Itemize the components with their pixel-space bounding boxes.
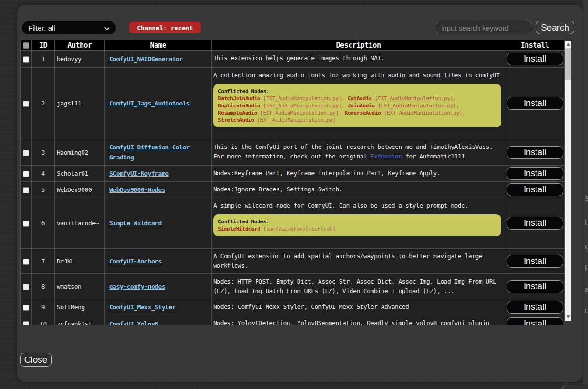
row-checkbox[interactable]	[23, 259, 29, 265]
extension-name-link[interactable]: ComfyUI Diffusion Color Grading	[109, 144, 190, 161]
row-select-cell	[21, 198, 32, 249]
install-button[interactable]: Install	[507, 53, 563, 65]
row-author: WebDev9000	[55, 182, 105, 198]
row-checkbox[interactable]	[23, 150, 29, 156]
row-checkbox[interactable]	[23, 321, 29, 325]
description-text: Nodes: Yolov8Detection, Yolov8Segmentati…	[213, 318, 503, 325]
select-all-header-cell	[21, 40, 32, 51]
conflicted-node-source: [EXT_AudioManipulation.py]	[375, 103, 456, 109]
row-install-cell: Install	[505, 249, 565, 274]
row-description: Nodes: ComfyUI Mexx Styler, ComfyUI Mexx…	[212, 299, 505, 315]
table-row: 1bedovyyComfyUI_NAIDGeneratorThis extens…	[21, 51, 565, 68]
row-id: 5	[32, 182, 55, 198]
row-install-cell: Install	[505, 68, 565, 139]
extension-name-link[interactable]: SComfyUI-Keyframe	[109, 170, 169, 177]
row-checkbox[interactable]	[23, 305, 29, 311]
extension-name-link[interactable]: ComfyUI_Mexx_Styler	[109, 304, 175, 311]
row-checkbox[interactable]	[23, 171, 29, 177]
extension-name-link[interactable]: ComfyUI_NAIDGenerator	[109, 55, 183, 63]
description-inline-link[interactable]: Extension	[371, 153, 402, 160]
conflicted-node-name: ResampleAudio	[218, 110, 257, 116]
separator: ,	[453, 95, 456, 102]
table-scrollbar[interactable]	[565, 41, 571, 321]
row-select-cell	[21, 299, 32, 315]
description-text: Nodes:Ignore Braces, Settings Switch.	[213, 185, 503, 194]
extension-name-link[interactable]: WebDev9000-Nodes	[109, 186, 165, 193]
install-button[interactable]: Install	[507, 183, 563, 196]
conflicted-nodes-title: Conflicted Nodes:	[218, 218, 496, 225]
table-row: 8wmatsoneasy-comfy-nodesNodes: HTTP POST…	[21, 274, 565, 299]
row-checkbox[interactable]	[23, 187, 29, 193]
extension-name-link[interactable]: Simple Wildcard	[109, 220, 162, 227]
table-row: 3Haoming02ComfyUI Diffusion Color Gradin…	[21, 139, 565, 166]
install-custom-nodes-dialog: Filter: all Channel: recent Search ID Au…	[17, 5, 583, 382]
install-button[interactable]: Install	[507, 167, 563, 180]
search-input[interactable]	[436, 21, 532, 34]
row-author: Scholar01	[55, 166, 105, 182]
extension-name-link[interactable]: easy-comfy-nodes	[109, 283, 165, 290]
row-name-cell: ComfyUI Diffusion Color Grading	[105, 139, 212, 166]
separator: ,	[456, 103, 459, 109]
conflicted-node-source: [EXT_AudioManipulation.py]	[372, 95, 454, 102]
row-select-cell	[21, 166, 32, 182]
install-button[interactable]: Install	[507, 217, 563, 230]
row-select-cell	[21, 182, 32, 198]
description-text: A collection amazing audio tools for wor…	[213, 71, 503, 80]
row-checkbox[interactable]	[23, 221, 29, 227]
channel-badge-label: Channel: recent	[137, 24, 193, 32]
header-author: Author	[55, 40, 105, 51]
install-button[interactable]: Install	[507, 255, 563, 268]
row-id: 4	[32, 166, 55, 182]
filter-select[interactable]: Filter: all	[22, 21, 116, 34]
row-checkbox[interactable]	[23, 56, 29, 63]
background-text-fragment: L	[585, 219, 588, 227]
conflicted-node-source: [comfyui-prompt-control]	[260, 226, 336, 232]
select-all-checkbox[interactable]	[23, 42, 29, 49]
separator: ,	[341, 95, 348, 102]
row-author: SoftMeng	[55, 299, 105, 315]
install-button[interactable]: Install	[507, 146, 563, 159]
extension-name-link[interactable]: ComfyUI-Anchors	[109, 258, 162, 265]
description-text: This extension helps generate images thr…	[213, 53, 503, 63]
row-id: 1	[32, 51, 55, 68]
extension-name-link[interactable]: ComfyUI Yolov8	[109, 320, 158, 325]
row-description: This is the ComfyUI port of the joint re…	[212, 139, 505, 166]
row-name-cell: ComfyUI_NAIDGenerator	[105, 51, 212, 68]
row-name-cell: Simple Wildcard	[105, 198, 212, 249]
row-name-cell: easy-comfy-nodes	[105, 274, 212, 299]
extension-name-link[interactable]: ComfyUI_Jags_Audiotools	[109, 100, 190, 107]
table-header-row: ID Author Name Description Install	[21, 40, 565, 51]
header-name: Name	[105, 40, 212, 51]
install-button[interactable]: Install	[507, 280, 563, 293]
install-button[interactable]: Install	[507, 317, 563, 325]
install-button[interactable]: Install	[507, 301, 563, 314]
filter-select-value: Filter: all	[28, 24, 55, 32]
description-text: Nodes: HTTP POST, Empty Dict, Assoc Str,…	[213, 277, 503, 296]
scroll-up-icon[interactable]	[565, 42, 571, 47]
row-name-cell: ComfyUI_Jags_Audiotools	[105, 68, 212, 139]
row-author: DrJKL	[55, 249, 105, 274]
row-id: 8	[32, 274, 55, 299]
row-checkbox[interactable]	[23, 101, 29, 107]
row-description: A collection amazing audio tools for wor…	[212, 68, 505, 139]
table-row: 10zcfrank1stComfyUI Yolov8Nodes: Yolov8D…	[21, 315, 565, 325]
row-install-cell: Install	[505, 315, 565, 325]
description-text: Nodes: ComfyUI Mexx Styler, ComfyUI Mexx…	[213, 302, 503, 312]
scroll-down-icon[interactable]	[565, 314, 571, 320]
scrollbar-thumb[interactable]	[565, 48, 571, 80]
dialog-toolbar: Filter: all Channel: recent Search	[22, 21, 578, 35]
table-row: 4Scholar01SComfyUI-KeyframeNodes:Keyfram…	[21, 166, 565, 182]
close-button[interactable]: Close	[20, 353, 52, 367]
background-text-fragment: S	[585, 195, 588, 203]
row-author: jags111	[55, 68, 105, 139]
conflicted-node-name: StretchAudio	[218, 117, 254, 123]
row-install-cell: Install	[505, 139, 565, 166]
search-button[interactable]: Search	[536, 21, 574, 34]
channel-badge[interactable]: Channel: recent	[129, 22, 201, 33]
install-button[interactable]: Install	[507, 97, 563, 110]
row-select-cell	[21, 51, 32, 68]
comfyui-canvas: { "dialog": { "filter": { "label": "Filt…	[0, 0, 588, 389]
row-select-cell	[21, 315, 32, 325]
row-description: A simple wildcard node for ComfyUI. Can …	[212, 198, 505, 249]
row-checkbox[interactable]	[23, 284, 29, 290]
